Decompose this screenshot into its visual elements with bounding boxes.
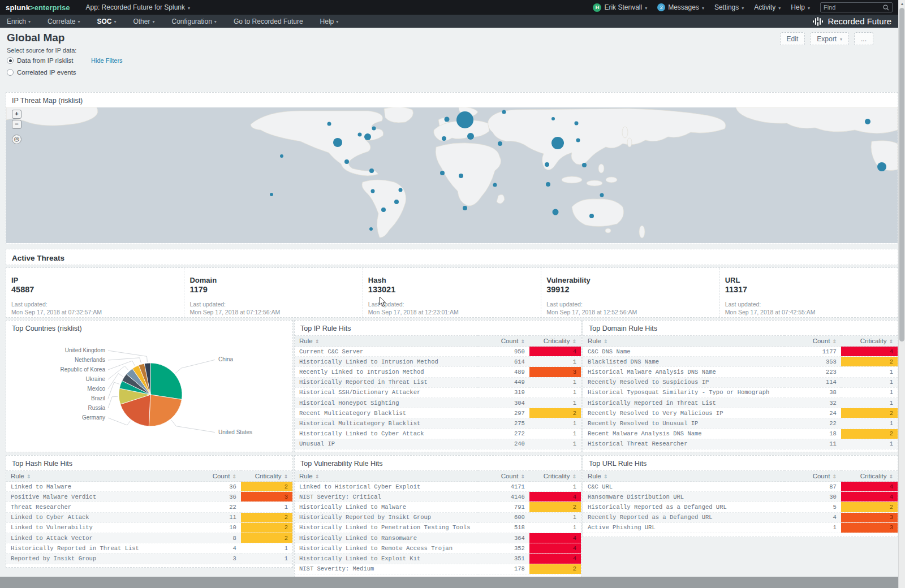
world-map[interactable] xyxy=(6,107,898,243)
column-header-rule[interactable]: Rule⇕ xyxy=(583,336,785,347)
column-header-count[interactable]: Count⇕ xyxy=(785,336,841,347)
threat-bubble[interactable] xyxy=(545,162,549,167)
count-cell: 5 xyxy=(785,502,841,512)
column-header-criticality[interactable]: Criticality⇕ xyxy=(241,471,292,482)
column-header-criticality[interactable]: Criticality⇕ xyxy=(841,471,898,482)
threat-bubble[interactable] xyxy=(270,193,273,196)
top-url-rule-hits-panel: Top URL Rule Hits Rule⇕Count⇕Criticality… xyxy=(583,455,898,537)
nav-item-enrich[interactable]: Enrich▾ xyxy=(7,18,31,25)
threat-bubble[interactable] xyxy=(502,110,506,114)
column-header-count[interactable]: Count⇕ xyxy=(785,471,841,482)
activity-menu[interactable]: Activity ▾ xyxy=(754,3,781,11)
count-cell: 791 xyxy=(478,502,529,512)
threat-bubble[interactable] xyxy=(877,162,886,171)
threat-bubble[interactable] xyxy=(440,171,445,175)
table-row: Reported by Insikt Group31 xyxy=(6,554,292,564)
table-row: Positive Malware Verdict363 xyxy=(6,492,292,502)
threat-bubble[interactable] xyxy=(333,138,342,147)
more-actions-button[interactable]: ... xyxy=(854,32,873,45)
threat-bubble[interactable] xyxy=(576,139,580,142)
pie-slice-united-states[interactable] xyxy=(149,395,182,426)
threat-bubble[interactable] xyxy=(364,133,371,140)
threat-bubble[interactable] xyxy=(399,188,403,192)
radio-correlated-ip-events[interactable]: Correlated IP events xyxy=(7,69,76,76)
count-cell: 352 xyxy=(478,543,529,554)
threat-bubble[interactable] xyxy=(575,122,579,126)
nav-item-help[interactable]: Help▾ xyxy=(320,18,339,25)
threat-bubble[interactable] xyxy=(369,168,374,173)
threat-bubble[interactable] xyxy=(467,133,474,140)
threat-bubble[interactable] xyxy=(459,174,463,178)
threat-bubble[interactable] xyxy=(582,163,587,167)
threat-bubble[interactable] xyxy=(369,227,373,231)
export-button[interactable]: Export ▾ xyxy=(810,32,849,45)
radio-data-from-ip-risklist[interactable]: Data from IP risklist xyxy=(7,57,73,64)
splunk-logo[interactable]: splunk>enterprise xyxy=(6,3,70,12)
map-panel-title: IP Threat Map (risklist) xyxy=(6,93,898,107)
criticality-cell: 4 xyxy=(529,347,581,357)
pie-slice-china[interactable] xyxy=(150,363,182,400)
threat-bubble[interactable] xyxy=(394,200,399,204)
rule-cell: Linked to Cyber Attack xyxy=(6,512,189,522)
map-recenter-button[interactable]: ◎ xyxy=(12,135,21,144)
threat-bubble[interactable] xyxy=(589,214,594,218)
splunk-enterprise-text: >enterprise xyxy=(30,3,70,12)
scrollbar-up-arrow[interactable]: ▲ xyxy=(899,0,905,7)
column-header-rule[interactable]: Rule⇕ xyxy=(295,471,478,482)
threat-bubble[interactable] xyxy=(553,209,559,215)
threat-bubble[interactable] xyxy=(865,119,870,124)
threat-bubble[interactable] xyxy=(358,133,362,137)
threat-bubble[interactable] xyxy=(456,111,473,128)
threat-bubble[interactable] xyxy=(280,154,283,158)
top-countries-pie-chart[interactable]: United KingdomNetherlandsRepublic of Kor… xyxy=(6,335,292,448)
active-threats-band: Active Threats xyxy=(6,249,898,265)
pie-label-leader-line xyxy=(108,374,118,389)
threat-bubble[interactable] xyxy=(381,207,386,212)
app-menu[interactable]: App: Recorded Future for Splunk ▾ xyxy=(86,3,190,11)
nav-item-configuration[interactable]: Configuration▾ xyxy=(171,18,216,25)
pie-slice-label: Ukraine xyxy=(86,376,106,382)
column-header-criticality[interactable]: Criticality⇕ xyxy=(841,336,898,347)
column-header-criticality[interactable]: Criticality⇕ xyxy=(529,336,581,347)
kpi-domain: Domain 1179 Last updated: Mon Sep 17, 20… xyxy=(184,268,362,317)
user-menu[interactable]: H Erik Stenvall ▾ xyxy=(593,3,647,12)
find-input[interactable]: Find xyxy=(820,2,893,12)
column-header-criticality[interactable]: Criticality⇕ xyxy=(529,471,581,482)
help-menu[interactable]: Help ▾ xyxy=(791,3,810,11)
vertical-scrollbar[interactable]: ▲ xyxy=(898,0,905,588)
settings-menu[interactable]: Settings ▾ xyxy=(714,3,744,11)
kpi-ip: IP 45887 Last updated: Mon Sep 17, 2018 … xyxy=(6,268,184,317)
threat-bubble[interactable] xyxy=(344,159,349,164)
rule-cell: Linked to Attack Vector xyxy=(6,533,189,543)
count-cell: 18 xyxy=(785,429,841,439)
threat-bubble[interactable] xyxy=(445,117,450,122)
threat-bubble[interactable] xyxy=(546,182,550,187)
threat-bubble[interactable] xyxy=(442,136,446,141)
map-zoom-in-button[interactable]: + xyxy=(12,110,21,119)
threat-bubble[interactable] xyxy=(372,127,376,131)
nav-item-correlate[interactable]: Correlate▾ xyxy=(48,18,80,25)
column-header-rule[interactable]: Rule⇕ xyxy=(583,471,785,482)
top-countries-panel: Top Countries (risklist) United KingdomN… xyxy=(6,320,293,452)
map-zoom-out-button[interactable]: − xyxy=(12,120,21,129)
column-header-count[interactable]: Count⇕ xyxy=(478,336,529,347)
column-header-count[interactable]: Count⇕ xyxy=(189,471,241,482)
threat-bubble[interactable] xyxy=(600,193,604,197)
column-header-rule[interactable]: Rule⇕ xyxy=(6,471,189,482)
threat-bubble[interactable] xyxy=(463,206,467,210)
hide-filters-link[interactable]: Hide Filters xyxy=(91,57,123,64)
threat-bubble[interactable] xyxy=(327,122,331,126)
nav-item-other[interactable]: Other▾ xyxy=(133,18,154,25)
scrollbar-thumb[interactable] xyxy=(899,8,904,341)
messages-menu[interactable]: 2 Messages ▾ xyxy=(657,3,704,11)
threat-bubble[interactable] xyxy=(371,189,375,193)
threat-bubble[interactable] xyxy=(551,117,555,120)
nav-item-soc[interactable]: SOC▾ xyxy=(97,18,116,25)
nav-item-go-to-recorded-future[interactable]: Go to Recorded Future xyxy=(234,18,303,25)
threat-bubble[interactable] xyxy=(493,183,497,187)
threat-bubble[interactable] xyxy=(551,137,564,149)
column-header-rule[interactable]: Rule⇕ xyxy=(295,336,478,347)
threat-bubble[interactable] xyxy=(498,141,502,146)
column-header-count[interactable]: Count⇕ xyxy=(478,471,529,482)
edit-button[interactable]: Edit xyxy=(780,32,805,45)
